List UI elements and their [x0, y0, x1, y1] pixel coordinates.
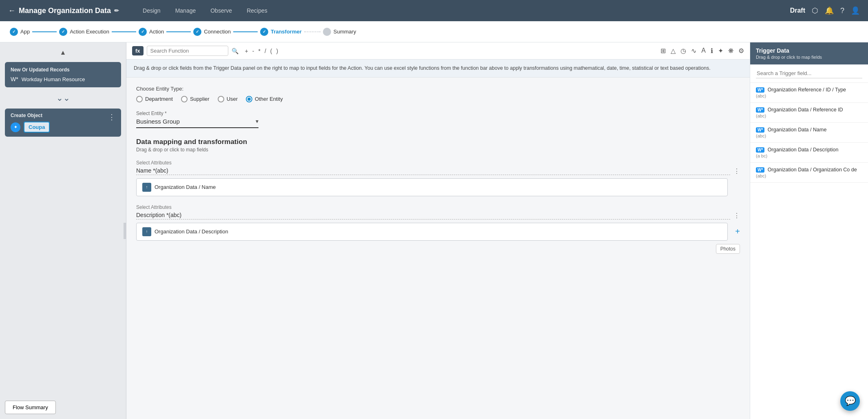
flow-summary-button[interactable]: Flow Summary — [5, 401, 56, 414]
step-summary[interactable]: Summary — [323, 28, 356, 36]
trigger-search-input[interactable] — [756, 69, 862, 78]
radio-user[interactable]: User — [218, 96, 238, 102]
select-entity-section: Select Entity * Business Group ▾ — [136, 111, 740, 128]
mapped-field-description[interactable]: ↑ Organization Data / Description — [136, 223, 728, 241]
step-action-execution[interactable]: ✓ Action Execution — [59, 28, 109, 36]
clock-icon[interactable]: ◷ — [680, 47, 686, 55]
navbar-tab-recipes[interactable]: Recipes — [241, 5, 273, 16]
navbar-right: Draft ⬡ 🔔 ? 👤 — [790, 6, 860, 15]
trigger-item-0[interactable]: W* Organization Reference / ID / Type (a… — [750, 83, 868, 103]
radio-department[interactable]: Department — [136, 96, 173, 102]
attr-field-menu-name[interactable]: ⋮ — [733, 167, 740, 175]
trigger-item-title-1: W* Organization Data / Reference ID — [756, 107, 862, 113]
mapped-field-name[interactable]: ↑ Organization Data / Name — [136, 178, 728, 196]
navbar-tab-observe[interactable]: Observe — [205, 5, 238, 16]
app-title: Manage Organization Data — [19, 7, 111, 15]
step-circle-transformer: ✓ — [260, 28, 268, 36]
chart-icon[interactable]: △ — [671, 47, 676, 55]
trigger-item-type-2: (abc) — [756, 133, 862, 138]
user-icon[interactable]: 👤 — [851, 6, 860, 15]
notification-icon[interactable]: 🔔 — [825, 6, 834, 15]
op-close-paren[interactable]: ) — [276, 48, 278, 54]
back-button[interactable]: ← Manage Organization Data ✏ — [8, 7, 119, 15]
search-function-icon[interactable]: 🔍 — [232, 48, 239, 54]
back-arrow-icon: ← — [8, 7, 15, 15]
attr-label-2: Select Attributes — [136, 204, 740, 210]
data-mapping-subtitle: Drag & drop or click to map fields — [136, 147, 740, 153]
radio-label-dept: Department — [145, 96, 173, 102]
line-chart-icon[interactable]: ∿ — [691, 47, 696, 55]
trigger-item-title-2: W* Organization Data / Name — [756, 127, 862, 133]
step-label-action: Action — [149, 29, 164, 35]
attr-field-name-desc: Description *(abc) — [136, 212, 730, 219]
navbar-tab-manage[interactable]: Manage — [170, 5, 202, 16]
edit-icon[interactable]: ✏ — [114, 7, 119, 14]
left-panel-bottom: Flow Summary — [5, 397, 121, 414]
collapse-left-panel-btn[interactable]: ‹ — [124, 223, 126, 239]
navbar-tab-design[interactable]: Design — [137, 5, 166, 16]
math-operators: + - * / ( ) — [242, 48, 282, 54]
info-icon[interactable]: ℹ — [711, 47, 713, 55]
grid-icon[interactable]: ⊞ — [660, 47, 666, 55]
navbar: ← Manage Organization Data ✏ Design Mana… — [0, 0, 868, 21]
radio-other-entity[interactable]: Other Entity — [246, 96, 283, 102]
form-area: Choose Entity Type: Department Supplier … — [126, 78, 750, 419]
instruction-text: Drag & drop or click fields from the Tri… — [126, 60, 750, 78]
help-icon[interactable]: ? — [840, 7, 844, 15]
stepbar: ✓ App ✓ Action Execution ✓ Action ✓ Conn… — [0, 21, 868, 42]
trigger-item-1[interactable]: W* Organization Data / Reference ID (abc… — [750, 103, 868, 123]
trigger-item-4[interactable]: W* Organization Data / Organization Co d… — [750, 163, 868, 183]
step-circle-summary — [323, 28, 331, 36]
op-divide[interactable]: / — [265, 48, 266, 54]
add-field-btn[interactable]: + — [735, 227, 740, 236]
text-icon[interactable]: A — [701, 47, 706, 55]
settings-icon[interactable]: ⚙ — [738, 47, 744, 55]
flow-arrow-down: ⌄⌄ — [5, 91, 121, 104]
step-action[interactable]: ✓ Action — [139, 28, 164, 36]
mapped-icon-desc: ↑ — [142, 227, 151, 236]
star-icon[interactable]: ✦ — [718, 47, 723, 55]
search-function-input[interactable] — [147, 46, 228, 56]
radio-circle-supplier — [181, 96, 188, 102]
mapped-text-name: Organization Data / Name — [155, 184, 216, 190]
select-entity-dropdown[interactable]: Business Group ▾ — [136, 118, 258, 128]
op-multiply[interactable]: * — [258, 48, 260, 54]
trigger-panel: Trigger Data Drag & drop or click to map… — [750, 42, 868, 419]
op-plus[interactable]: + — [245, 48, 248, 54]
op-minus[interactable]: - — [252, 48, 254, 54]
step-connector-3 — [166, 31, 191, 32]
toolbar-icons: ⊞ △ ◷ ∿ A ℹ ✦ ❋ ⚙ — [660, 47, 744, 55]
external-link-icon[interactable]: ⬡ — [812, 6, 818, 15]
attr-field-row-name: Name *(abc) ⋮ — [136, 167, 740, 175]
dropdown-arrow-icon: ▾ — [256, 118, 258, 124]
trigger-item-3[interactable]: W* Organization Data / Description (a bc… — [750, 143, 868, 163]
scroll-up-btn[interactable]: ▲ — [5, 47, 121, 58]
attribute-group-name: Select Attributes Name *(abc) ⋮ ↑ Organi… — [136, 160, 740, 196]
w-badge-2: W* — [756, 127, 764, 133]
trigger-card-title: New Or Updated Records — [11, 67, 115, 73]
select-entity-label: Select Entity * — [136, 111, 740, 116]
action-card-menu-icon[interactable]: ⋮ — [108, 113, 115, 122]
radio-supplier[interactable]: Supplier — [181, 96, 210, 102]
step-connection[interactable]: ✓ Connection — [193, 28, 231, 36]
step-app[interactable]: ✓ App — [10, 28, 30, 36]
navbar-tabs: Design Manage Observe Recipes — [137, 5, 273, 16]
step-transformer[interactable]: ✓ Transformer — [260, 28, 302, 36]
function-bar: fx 🔍 + - * / ( ) ⊞ △ ◷ ∿ A ℹ ✦ ❋ ⚙ — [126, 42, 750, 60]
chat-bubble-btn[interactable]: 💬 — [840, 391, 860, 411]
action-card-item: ✦ Coupa — [11, 122, 50, 133]
w-badge-1: W* — [756, 107, 764, 113]
trigger-item-title-0: W* Organization Reference / ID / Type — [756, 87, 862, 93]
step-connector-1 — [32, 31, 57, 32]
gear2-icon[interactable]: ❋ — [728, 47, 733, 55]
fx-badge: fx — [132, 46, 144, 55]
op-open-paren[interactable]: ( — [270, 48, 272, 54]
left-panel: ▲ New Or Updated Records W* Workday Huma… — [0, 42, 126, 419]
radio-label-user: User — [227, 96, 238, 102]
trigger-item-2[interactable]: W* Organization Data / Name (abc) — [750, 123, 868, 143]
step-circle-connection: ✓ — [193, 28, 201, 36]
workday-icon: W* — [11, 76, 18, 82]
attr-field-menu-desc[interactable]: ⋮ — [733, 212, 740, 219]
radio-label-supplier: Supplier — [190, 96, 210, 102]
step-circle-action-execution: ✓ — [59, 28, 67, 36]
